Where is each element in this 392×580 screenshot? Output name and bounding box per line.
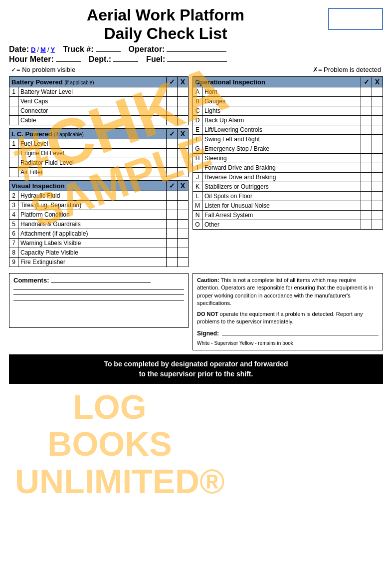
- table-row: 1 Battery Water Level: [9, 87, 189, 97]
- dept-label: Dept.:: [89, 55, 111, 64]
- legend-row: ✓= No problem visible ✗= Problem is dete…: [9, 66, 383, 73]
- table-row: Vent Caps: [9, 97, 189, 106]
- table-row: Connector: [9, 106, 189, 116]
- table-row: 8 Capacity Plate Visible: [9, 248, 189, 258]
- table-row: E Lift/Lowering Controls: [193, 125, 383, 135]
- visual-check-header: ✓: [167, 181, 178, 191]
- footer-banner: To be completed by designated operator a…: [9, 354, 383, 384]
- visual-x-header: X: [178, 181, 189, 191]
- operational-check-header: ✓: [361, 77, 372, 87]
- date-m: M: [40, 46, 46, 53]
- table-row: C Lights: [193, 106, 383, 116]
- table-row: Cable: [9, 116, 189, 125]
- operator-label: Operator:: [129, 45, 165, 54]
- caution-text: Caution: This is not a complete list of …: [197, 277, 379, 307]
- table-row: I Forward Drive and Braking: [193, 163, 383, 173]
- battery-x-header: X: [178, 77, 189, 87]
- table-row: L Oil Spots on Floor: [193, 192, 383, 201]
- fields-row1: Date: D / M / Y Truck #: Operator:: [9, 45, 383, 54]
- header: Aerial Work Platform Daily Check List: [9, 6, 383, 43]
- operational-x-header: X: [372, 77, 383, 87]
- table-row: N Fall Arrest System: [193, 211, 383, 220]
- signed-label: Signed:: [197, 329, 219, 338]
- table-row: D Back Up Alarm: [193, 116, 383, 125]
- table-row: 2 Hydraulic Fluid: [9, 191, 189, 201]
- footer-line2: to the supervisor prior to the shift.: [13, 369, 379, 379]
- copy-line: White - Supervisor Yellow - remains in b…: [197, 340, 379, 347]
- ic-table: I. C. Powered (if applicable) ✓ X 1 Fuel…: [9, 128, 189, 177]
- right-column: Operational Inspection ✓ X A Horn B Gaug…: [193, 76, 383, 270]
- visual-table: Visual Inspection ✓ X 2 Hydraulic Fluid …: [9, 180, 189, 267]
- table-row: 9 Fire Extinguisher: [9, 258, 189, 267]
- hour-meter-label: Hour Meter:: [9, 55, 54, 64]
- fuel-label: Fuel:: [146, 55, 165, 64]
- battery-title: Battery Powered: [11, 78, 63, 86]
- table-row: A Horn: [193, 87, 383, 97]
- table-row: B Gauges: [193, 97, 383, 106]
- date-d: D: [31, 46, 35, 53]
- ic-x-header: X: [178, 129, 189, 139]
- table-row: H Steering: [193, 154, 383, 163]
- table-row: K Stabilizers or Outriggers: [193, 182, 383, 192]
- table-row: 7 Warning Labels Visible: [9, 239, 189, 248]
- legend-x: ✗= Problem is detected: [313, 66, 381, 73]
- ic-title: I. C. Powered: [11, 130, 52, 138]
- table-row: Radiator Fluid Level: [9, 158, 189, 168]
- left-column: Battery Powered (if applicable) ✓ X 1 Ba…: [9, 76, 189, 270]
- fields-row2: Hour Meter: Dept.: Fuel:: [9, 55, 383, 64]
- table-row: M Listen for Unusual Noise: [193, 201, 383, 211]
- battery-check-header: ✓: [167, 77, 178, 87]
- battery-subtitle: (if applicable): [64, 80, 94, 85]
- date-y: Y: [51, 46, 55, 53]
- table-row: F Swing Left and Right: [193, 135, 383, 144]
- legend-check: ✓= No problem visible: [11, 66, 75, 73]
- table-row: Air Filter: [9, 168, 189, 177]
- ic-subtitle: (if applicable): [54, 132, 83, 137]
- table-row: G Emergency Stop / Brake: [193, 144, 383, 154]
- table-row: 6 Attachment (if applicable): [9, 229, 189, 239]
- footer-line1: To be completed by designated operator a…: [13, 359, 379, 369]
- operational-table: Operational Inspection ✓ X A Horn B Gaug…: [193, 76, 383, 230]
- table-row: J Reverse Drive and Braking: [193, 173, 383, 182]
- comments-box[interactable]: Comments:: [9, 273, 189, 328]
- table-row: Engine Oil Level: [9, 149, 189, 158]
- table-row: 1 Fuel Level: [9, 139, 189, 149]
- table-row: 5 Handrails & Guardrails: [9, 220, 189, 229]
- operational-title: Operational Inspection: [195, 78, 265, 86]
- do-not-text: DO NOT operate the equipment if a proble…: [197, 310, 379, 326]
- date-label: Date:: [9, 45, 29, 54]
- caution-box: Caution: This is not a complete list of …: [193, 273, 383, 350]
- battery-table: Battery Powered (if applicable) ✓ X 1 Ba…: [9, 76, 189, 125]
- comments-label: Comments:: [13, 277, 49, 284]
- number-box[interactable]: [328, 8, 383, 30]
- table-row: O Other: [193, 220, 383, 230]
- truck-label: Truck #:: [63, 45, 93, 54]
- table-row: 4 Platform Condition: [9, 210, 189, 220]
- visual-title: Visual Inspection: [11, 182, 65, 190]
- table-row: 3 Tires (Lug, Separation): [9, 201, 189, 210]
- page-title: Aerial Work Platform Daily Check List: [9, 6, 322, 43]
- ic-check-header: ✓: [167, 129, 178, 139]
- logbooks-watermark: LOG BOOKS UNLIMITED®: [15, 388, 204, 500]
